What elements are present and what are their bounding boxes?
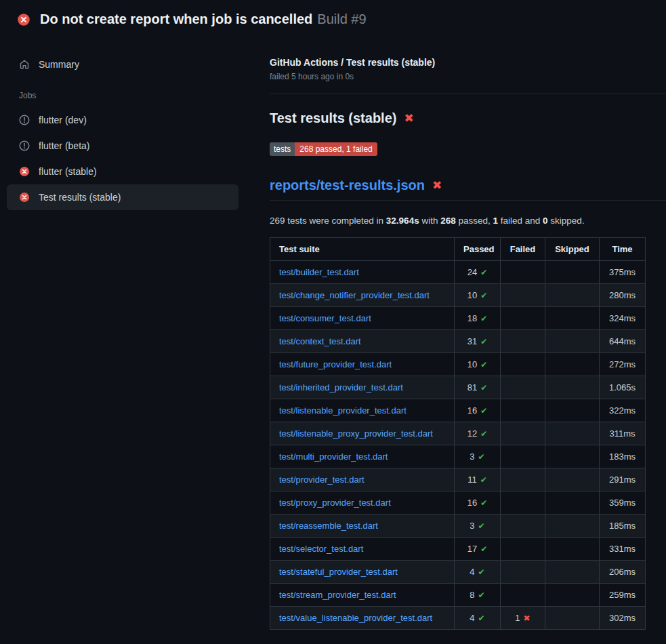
check-icon: ✔ [480,429,487,439]
suite-link[interactable]: test/change_notifier_provider_test.dart [279,290,430,300]
neutral-status-icon [19,140,30,151]
check-icon: ✔ [478,590,485,600]
time-cell: 324ms [600,307,646,330]
suite-link[interactable]: test/context_test.dart [279,336,361,346]
suite-link[interactable]: test/multi_provider_test.dart [279,451,388,462]
suite-cell: test/inherited_provider_test.dart [270,376,455,399]
passed-cell: 4✔ [455,607,501,630]
col-header-failed: Failed [501,238,545,261]
suite-link[interactable]: test/stateful_provider_test.dart [279,567,398,577]
col-header-time: Time [600,238,646,261]
sidebar-item-label: flutter (dev) [39,115,87,125]
passed-cell: 10✔ [455,353,501,376]
sidebar-item-summary[interactable]: Summary [7,52,238,77]
suite-cell: test/builder_test.dart [270,261,455,284]
suite-link[interactable]: test/stream_provider_test.dart [279,590,396,600]
skipped-cell [545,284,600,307]
skipped-cell [545,261,600,284]
time-cell: 280ms [600,284,646,307]
suite-cell: test/future_provider_test.dart [270,353,455,376]
skipped-cell [545,538,600,561]
sidebar-item-flutter-dev[interactable]: flutter (dev) [7,107,238,133]
time-cell: 183ms [600,445,646,468]
suite-link[interactable]: test/selector_test.dart [279,544,363,554]
failed-cell: ✖ [501,330,545,353]
test-table-body: test/builder_test.dart 24✔ ✖ 375ms test/… [270,261,646,630]
check-icon: ✔ [480,406,487,416]
report-link[interactable]: reports/test-results.json [270,178,425,193]
sidebar-item-label: flutter (stable) [39,166,97,177]
suite-link[interactable]: test/reassemble_test.dart [279,521,378,531]
failed-cell: 1✖ [501,607,545,630]
skipped-cell [545,584,600,607]
passed-cell: 3✔ [455,445,501,468]
suite-cell: test/value_listenable_provider_test.dart [270,607,455,630]
time-cell: 311ms [600,422,646,445]
passed-cell: 8✔ [455,584,501,607]
suite-link[interactable]: test/listenable_proxy_provider_test.dart [279,428,433,439]
check-icon: ✔ [480,498,487,508]
skipped-cell [545,445,600,468]
check-icon: ✔ [480,337,487,346]
suite-cell: test/stream_provider_test.dart [270,584,455,607]
suite-link[interactable]: test/proxy_provider_test.dart [279,498,391,508]
failed-cell: ✖ [501,261,545,284]
page-title: Do not create report when job is cancell… [40,12,367,27]
suite-cell: test/change_notifier_provider_test.dart [270,284,455,307]
check-icon: ✔ [480,360,487,369]
time-cell: 331ms [600,538,646,561]
suite-link[interactable]: test/consumer_test.dart [279,313,371,323]
check-icon: ✔ [478,567,485,577]
suite-link[interactable]: test/value_listenable_provider_test.dart [279,613,432,623]
tests-badge-value: 268 passed, 1 failed [295,142,377,156]
suite-link[interactable]: test/provider_test.dart [279,475,365,485]
check-icon: ✔ [480,544,487,554]
skipped-cell [545,468,600,491]
passed-cell: 16✔ [455,399,501,422]
failed-cell: ✖ [501,284,545,307]
skipped-cell [545,561,600,584]
passed-cell: 31✔ [455,330,501,353]
failed-cell: ✖ [501,491,545,515]
tests-badge: tests 268 passed, 1 failed [270,142,377,156]
check-icon: ✔ [480,291,487,300]
time-cell: 1.065s [600,376,646,399]
skipped-cell [545,307,600,330]
failed-cell: ✖ [501,515,545,538]
passed-cell: 16✔ [455,491,501,515]
time-cell: 185ms [600,515,646,538]
col-header-skipped: Skipped [545,238,600,261]
run-failed-icon [17,13,30,26]
check-icon: ✔ [480,475,487,485]
table-row: test/builder_test.dart 24✔ ✖ 375ms [270,261,646,284]
main-content: GitHub Actions / Test results (stable) f… [263,37,666,630]
failed-cell: ✖ [501,399,545,422]
sidebar-item-label: flutter (beta) [39,140,89,151]
suite-cell: test/stateful_provider_test.dart [270,561,455,584]
skipped-cell [545,399,600,422]
failed-cell: ✖ [501,561,545,584]
failed-x-icon: ✖ [432,180,442,191]
sidebar-item-test-results-stable[interactable]: Test results (stable) [7,184,238,210]
section-title: Test results (stable) ✖ [270,110,666,126]
suite-link[interactable]: test/future_provider_test.dart [279,359,392,369]
sidebar-item-flutter-stable[interactable]: flutter (stable) [7,159,238,184]
failed-cell: ✖ [501,468,545,491]
suite-link[interactable]: test/inherited_provider_test.dart [279,382,403,393]
col-header-passed: Passed [455,238,501,261]
skipped-cell [545,376,600,399]
failed-cell: ✖ [501,584,545,607]
failed-status-icon [19,192,30,203]
check-icon: ✔ [480,383,487,393]
table-row: test/stateful_provider_test.dart 4✔ ✖ 20… [270,561,646,584]
skipped-cell [545,607,600,630]
x-icon: ✖ [524,613,530,623]
suite-cell: test/context_test.dart [270,330,455,353]
suite-cell: test/consumer_test.dart [270,307,455,330]
suite-link[interactable]: test/builder_test.dart [279,267,359,277]
table-row: test/inherited_provider_test.dart 81✔ ✖ … [270,376,646,399]
skipped-cell [545,353,600,376]
time-cell: 644ms [600,330,646,353]
suite-link[interactable]: test/listenable_provider_test.dart [279,405,407,416]
sidebar-item-flutter-beta[interactable]: flutter (beta) [7,133,238,159]
